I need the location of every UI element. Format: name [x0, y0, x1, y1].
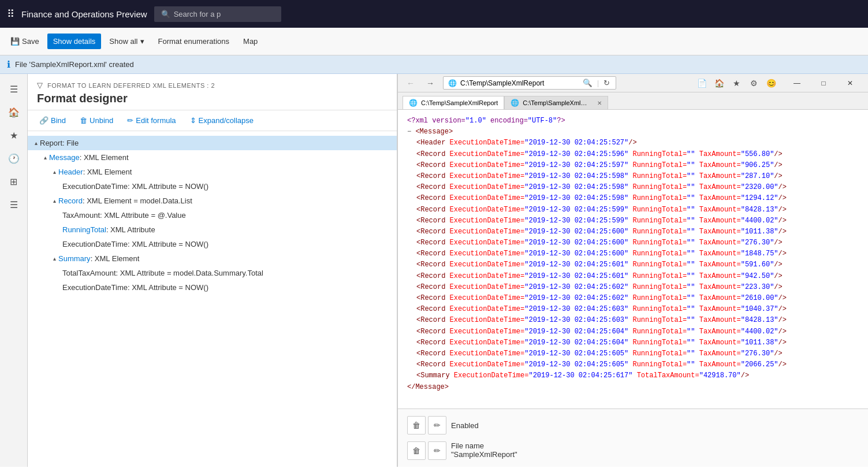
- tree-item[interactable]: ExecutionDateTime: XML Attribute = NOW(): [28, 179, 397, 194]
- window-controls: — □ ✕: [784, 74, 863, 92]
- chevron-down-icon: ▾: [140, 37, 144, 46]
- browser-forward-button[interactable]: →: [422, 75, 438, 91]
- action-row: 🔗 Bind 🗑 Unbind ✏ Edit formula ⇕ Expand/…: [28, 110, 397, 131]
- browser-back-button[interactable]: ←: [403, 75, 419, 91]
- xml-message-open: − <Message>: [407, 127, 859, 138]
- xml-record-14: <Record ExecutionDateTime="2019-12-30 02…: [407, 293, 859, 304]
- tree-item[interactable]: ExecutionDateTime: XML Attribute = NOW(): [28, 237, 397, 251]
- xml-message-close: </Message>: [407, 382, 859, 393]
- edit-enabled-button[interactable]: ✏: [428, 416, 446, 434]
- edit-filename-button[interactable]: ✏: [428, 441, 446, 460]
- tree-container: ▴ Report: File ▴ Message: XML Element ▴ …: [28, 131, 397, 467]
- format-enumerations-button[interactable]: Format enumerations: [152, 34, 236, 49]
- tree-item[interactable]: TaxAmount: XML Attribute = @.Value: [28, 208, 397, 222]
- xml-header: <Header ExecutionDateTime="2019-12-30 02…: [407, 138, 859, 148]
- tree-item[interactable]: TotalTaxAmount: XML Attribute = model.Da…: [28, 266, 397, 280]
- favorites-button[interactable]: ★: [728, 75, 744, 91]
- left-sidebar: ☰ 🏠 ★ 🕐 ⊞ ☰: [0, 74, 28, 467]
- format-header: ▽ FORMAT TO LEARN DEFERRED XML ELEMENTS …: [28, 74, 397, 110]
- minimize-button[interactable]: —: [784, 74, 810, 92]
- bind-button[interactable]: 🔗 Bind: [35, 114, 70, 127]
- xml-record-5: <Record ExecutionDateTime="2019-12-30 02…: [407, 193, 859, 204]
- unbind-button[interactable]: 🗑 Unbind: [75, 114, 118, 127]
- property-filename: 🗑 ✏ File name "SampleXmlReport": [407, 441, 859, 460]
- xml-record-1: <Record ExecutionDateTime="2019-12-30 02…: [407, 149, 859, 160]
- content-panel: ▽ FORMAT TO LEARN DEFERRED XML ELEMENTS …: [28, 74, 397, 467]
- xml-record-6: <Record ExecutionDateTime="2019-12-30 02…: [407, 205, 859, 216]
- browser-tab-1[interactable]: 🌐 C:\Temp\SampleXmlReport: [403, 96, 504, 109]
- tab2-favicon: 🌐: [511, 99, 519, 107]
- expand-icon[interactable]: ▴: [44, 154, 47, 161]
- tab2-close[interactable]: ✕: [597, 100, 602, 106]
- maximize-button[interactable]: □: [810, 74, 837, 92]
- filename-value: "SampleXmlReport": [451, 450, 517, 459]
- tree-item[interactable]: ▴ Header: XML Element: [28, 165, 397, 179]
- sidebar-icon-home[interactable]: 🏠: [3, 102, 24, 122]
- expand-icon[interactable]: ▴: [53, 198, 56, 204]
- grid-icon[interactable]: ⠿: [7, 8, 14, 20]
- tree-item[interactable]: ▴ Summary: XML Element: [28, 251, 397, 266]
- save-button[interactable]: 💾 Save: [5, 34, 45, 49]
- sidebar-icon-favorites[interactable]: ★: [3, 125, 24, 146]
- new-tab-button[interactable]: 📄: [694, 75, 710, 91]
- close-button[interactable]: ✕: [837, 74, 863, 92]
- settings-browser-button[interactable]: ⚙: [746, 75, 762, 91]
- toolbar: 💾 Save Show details Show all ▾ Format en…: [0, 28, 868, 55]
- home-button[interactable]: 🏠: [711, 75, 727, 91]
- delete-filename-button[interactable]: 🗑: [407, 441, 426, 460]
- search-bar: 🔍: [154, 6, 281, 22]
- xml-record-4: <Record ExecutionDateTime="2019-12-30 02…: [407, 182, 859, 193]
- map-button[interactable]: Map: [237, 34, 263, 49]
- xml-record-13: <Record ExecutionDateTime="2019-12-30 02…: [407, 282, 859, 293]
- xml-record-7: <Record ExecutionDateTime="2019-12-30 02…: [407, 216, 859, 226]
- xml-record-10: <Record ExecutionDateTime="2019-12-30 02…: [407, 248, 859, 259]
- refresh-button[interactable]: ↻: [602, 79, 611, 87]
- edit-formula-button[interactable]: ✏ Edit formula: [122, 114, 180, 127]
- xml-record-12: <Record ExecutionDateTime="2019-12-30 02…: [407, 271, 859, 282]
- emoji-button[interactable]: 😊: [763, 75, 779, 91]
- expand-collapse-button[interactable]: ⇕ Expand/collapse: [185, 114, 258, 127]
- xml-record-11: <Record ExecutionDateTime="2019-12-30 02…: [407, 259, 859, 270]
- xml-record-3: <Record ExecutionDateTime="2019-12-30 02…: [407, 171, 859, 182]
- app-title: Finance and Operations Preview: [21, 9, 147, 19]
- tree-item[interactable]: ExecutionDateTime: XML Attribute = NOW(): [28, 280, 397, 295]
- enabled-label: Enabled: [451, 421, 479, 430]
- search-input[interactable]: [174, 10, 266, 18]
- tab1-favicon: 🌐: [409, 99, 418, 107]
- xml-content: <?xml version="1.0" encoding="UTF-8"?> −…: [398, 110, 868, 408]
- show-details-button[interactable]: Show details: [47, 34, 102, 49]
- tab1-label: C:\Temp\SampleXmlReport: [421, 99, 498, 106]
- page-favicon: 🌐: [448, 79, 457, 87]
- save-icon: 💾: [10, 37, 20, 46]
- expand-icon[interactable]: ▴: [53, 169, 56, 175]
- xml-record-15: <Record ExecutionDateTime="2019-12-30 02…: [407, 304, 859, 315]
- xml-record-8: <Record ExecutionDateTime="2019-12-30 02…: [407, 226, 859, 237]
- show-all-button[interactable]: Show all ▾: [103, 34, 150, 49]
- sidebar-icon-menu[interactable]: ☰: [3, 79, 24, 99]
- search-page-button[interactable]: 🔍: [582, 79, 594, 87]
- format-subtitle: FORMAT TO LEARN DEFERRED XML ELEMENTS : …: [47, 82, 215, 89]
- tree-item[interactable]: ▴ Message: XML Element: [28, 150, 397, 165]
- address-bar: 🌐 C:\Temp\SampleXmlReport 🔍 | ↻: [443, 76, 616, 90]
- notification-message: File 'SampleXmlReport.xml' created: [15, 60, 134, 69]
- delete-enabled-button[interactable]: 🗑: [407, 416, 426, 434]
- xml-record-19: <Record ExecutionDateTime="2019-12-30 02…: [407, 348, 859, 359]
- tree-item[interactable]: ▴ Report: File: [28, 136, 397, 150]
- filter-icon[interactable]: ▽: [37, 81, 43, 90]
- xml-record-16: <Record ExecutionDateTime="2019-12-30 02…: [407, 315, 859, 326]
- tab-strip: 🌐 C:\Temp\SampleXmlReport 🌐 C:\Temp\Samp…: [398, 92, 868, 110]
- link-icon: 🔗: [39, 116, 49, 125]
- expand-icon[interactable]: ▴: [53, 255, 56, 262]
- expand-icon: ⇕: [190, 116, 196, 125]
- sidebar-icon-workspaces[interactable]: ⊞: [3, 171, 24, 192]
- tree-item[interactable]: RunningTotal: XML Attribute: [28, 222, 397, 237]
- property-enabled: 🗑 ✏ Enabled: [407, 416, 859, 434]
- tree-item[interactable]: ▴ Record: XML Element = model.Data.List: [28, 194, 397, 208]
- sidebar-icon-list[interactable]: ☰: [3, 194, 24, 215]
- unlink-icon: 🗑: [80, 116, 87, 125]
- browser-tab-2[interactable]: 🌐 C:\Temp\SampleXmlRep... ✕: [504, 96, 608, 109]
- expand-icon[interactable]: ▴: [35, 140, 38, 146]
- xml-record-2: <Record ExecutionDateTime="2019-12-30 02…: [407, 160, 859, 171]
- sidebar-icon-recent[interactable]: 🕐: [3, 148, 24, 169]
- format-title: Format designer: [37, 92, 388, 105]
